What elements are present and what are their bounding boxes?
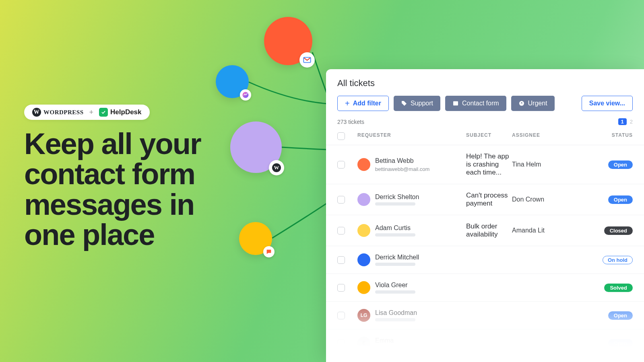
status-cell: On hold bbox=[603, 256, 633, 264]
select-all-checkbox[interactable] bbox=[337, 132, 345, 140]
avatar-bubble-chat bbox=[239, 222, 272, 255]
subject-cell: Bulk order availability bbox=[466, 222, 512, 239]
status-badge: Open bbox=[608, 195, 633, 204]
status-cell: Solved bbox=[604, 284, 633, 292]
tag-icon bbox=[401, 100, 407, 107]
table-row[interactable]: Adam CurtisBulk order availabilityAmanda… bbox=[326, 215, 644, 246]
filter-row: + Add filter Support Contact form Urgent… bbox=[326, 96, 644, 116]
placeholder-line bbox=[375, 263, 415, 266]
avatar-bubble-messenger bbox=[216, 65, 249, 98]
table-row[interactable]: EEmmaOpen bbox=[326, 329, 644, 357]
row-checkbox[interactable] bbox=[337, 196, 345, 204]
ticket-panel: All tickets + Add filter Support Contact… bbox=[326, 69, 644, 362]
messenger-icon bbox=[240, 89, 251, 101]
avatar bbox=[357, 224, 370, 237]
placeholder-line bbox=[375, 318, 415, 321]
assignee-cell: Tina Helm bbox=[512, 161, 584, 168]
wordpress-icon: W bbox=[269, 160, 284, 175]
status-cell: Open bbox=[608, 311, 633, 320]
row-checkbox[interactable] bbox=[337, 284, 345, 292]
form-icon bbox=[452, 100, 459, 107]
filter-chip-urgent[interactable]: Urgent bbox=[511, 96, 555, 111]
table-header: REQUESTER SUBJECT ASSIGNEE STATUS bbox=[326, 128, 644, 145]
avatar bbox=[357, 193, 370, 206]
status-badge: Open bbox=[608, 311, 633, 320]
status-badge: Solved bbox=[604, 284, 633, 292]
requester-cell: Bettina Webbbettinawebb@mail.com bbox=[357, 157, 466, 172]
placeholder-line bbox=[375, 290, 415, 294]
helpdesk-logo: HelpDesk bbox=[99, 108, 141, 117]
meta-row: 273 tickets 1 2 bbox=[326, 116, 644, 128]
requester-name: Adam Curtis bbox=[375, 224, 415, 232]
helpdesk-label: HelpDesk bbox=[110, 108, 141, 116]
gmail-icon bbox=[299, 52, 315, 68]
add-filter-button[interactable]: + Add filter bbox=[337, 96, 389, 111]
filter-chip-support[interactable]: Support bbox=[394, 96, 440, 111]
placeholder-line bbox=[375, 346, 415, 349]
col-subject: SUBJECT bbox=[466, 132, 512, 140]
svg-text:W: W bbox=[274, 165, 279, 171]
requester-email: bettinawebb@mail.com bbox=[375, 166, 429, 172]
wordpress-logo: W WORDPRESS bbox=[32, 108, 84, 117]
filter-chip-contact-form[interactable]: Contact form bbox=[445, 96, 506, 111]
table-row[interactable]: Bettina Webbbettinawebb@mail.comHelp! Th… bbox=[326, 145, 644, 184]
avatar-bubble-gmail bbox=[264, 17, 312, 65]
requester-name: Emma bbox=[375, 337, 415, 344]
requester-cell: Adam Curtis bbox=[357, 224, 466, 237]
avatar: LG bbox=[357, 309, 370, 322]
subject-cell: Can't process payment bbox=[466, 191, 512, 208]
requester-cell: Derrick Shelton bbox=[357, 193, 466, 206]
wordpress-label: WORDPRESS bbox=[43, 109, 84, 116]
requester-name: Bettina Webb bbox=[375, 157, 429, 165]
integration-badge: W WORDPRESS + HelpDesk bbox=[24, 105, 150, 120]
ticket-count: 273 tickets bbox=[337, 119, 364, 125]
table-row[interactable]: Derrick MitchellOn hold bbox=[326, 246, 644, 274]
save-view-button[interactable]: Save view... bbox=[582, 96, 633, 111]
row-checkbox[interactable] bbox=[337, 161, 345, 169]
svg-rect-4 bbox=[453, 101, 458, 106]
avatar bbox=[357, 158, 370, 171]
status-badge: On hold bbox=[603, 256, 633, 264]
requester-name: Lisa Goodman bbox=[375, 309, 417, 317]
requester-name: Derrick Shelton bbox=[375, 193, 419, 201]
status-cell: Closed bbox=[604, 226, 633, 235]
avatar: E bbox=[357, 337, 370, 350]
status-cell: Open bbox=[608, 195, 633, 204]
requester-cell: Viola Greer bbox=[357, 281, 466, 294]
plus-separator: + bbox=[89, 108, 94, 117]
avatar-bubble-wordpress: W bbox=[230, 121, 282, 173]
subject-cell: Help! The app is crashing each time... bbox=[466, 152, 512, 177]
requester-name: Viola Greer bbox=[375, 282, 415, 289]
assignee-cell: Amanda Lit bbox=[512, 227, 584, 234]
page-current[interactable]: 1 bbox=[618, 118, 627, 125]
status-badge: Open bbox=[608, 339, 633, 348]
col-status: STATUS bbox=[612, 132, 633, 140]
requester-cell: EEmma bbox=[357, 337, 466, 350]
table-row[interactable]: LGLisa GoodmanOpen bbox=[326, 302, 644, 329]
panel-title: All tickets bbox=[326, 69, 644, 96]
placeholder-line bbox=[375, 233, 415, 237]
requester-cell: LGLisa Goodman bbox=[357, 309, 466, 322]
table-row[interactable]: Derrick SheltonCan't process paymentDon … bbox=[326, 184, 644, 215]
chat-icon bbox=[263, 246, 275, 257]
status-cell: Open bbox=[608, 160, 633, 169]
page-next[interactable]: 2 bbox=[630, 119, 633, 125]
assignee-cell: Don Crown bbox=[512, 196, 584, 203]
row-checkbox[interactable] bbox=[337, 339, 345, 347]
table-row[interactable]: Viola GreerSolved bbox=[326, 274, 644, 302]
status-cell: Open bbox=[608, 339, 633, 348]
avatar bbox=[357, 281, 370, 294]
pager: 1 2 bbox=[618, 118, 633, 125]
headline: Keep all your contact form messages in o… bbox=[24, 129, 250, 250]
avatar bbox=[357, 253, 370, 266]
row-checkbox[interactable] bbox=[337, 227, 345, 234]
requester-cell: Derrick Mitchell bbox=[357, 253, 466, 266]
col-assignee: ASSIGNEE bbox=[512, 132, 584, 140]
row-checkbox[interactable] bbox=[337, 256, 345, 264]
urgent-icon bbox=[518, 100, 525, 107]
requester-name: Derrick Mitchell bbox=[375, 254, 419, 261]
status-badge: Closed bbox=[604, 226, 633, 235]
placeholder-line bbox=[375, 202, 415, 206]
status-badge: Open bbox=[608, 160, 633, 169]
row-checkbox[interactable] bbox=[337, 312, 345, 319]
